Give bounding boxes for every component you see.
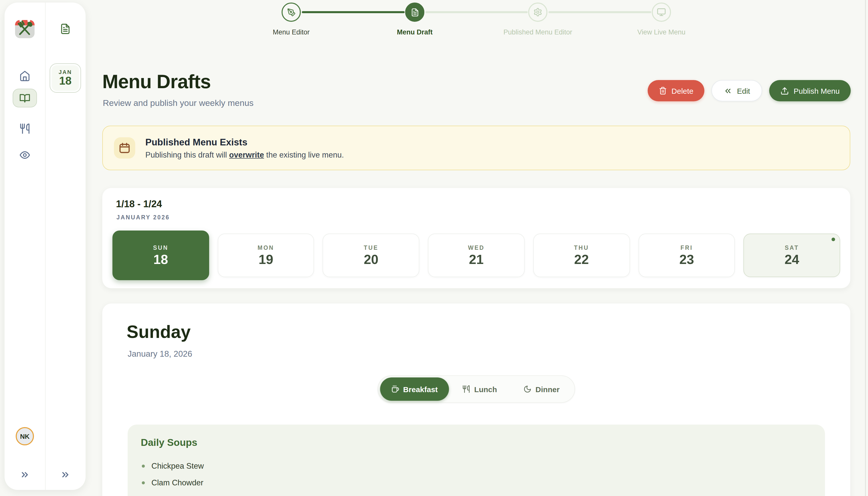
menu-exists-indicator-dot: [832, 238, 835, 241]
step-label-published-menu-editor[interactable]: Published Menu Editor: [479, 28, 596, 36]
banner-texts: Published Menu Exists Publishing this dr…: [145, 137, 344, 159]
step-label-view-live-menu[interactable]: View Live Menu: [603, 28, 720, 36]
week-month-label: JANUARY 2026: [116, 214, 170, 220]
pen-tool-icon: [287, 8, 296, 16]
draft-month-label: JAN: [59, 69, 72, 75]
sidebar-context-column: JAN 18: [45, 2, 85, 490]
day-card-tue[interactable]: TUE 20: [323, 234, 419, 277]
open-book-icon: [19, 92, 30, 104]
utensils-icon: [462, 385, 470, 393]
step-menu-draft[interactable]: [405, 2, 424, 22]
banner-title: Published Menu Exists: [145, 137, 344, 148]
step-view-live-menu[interactable]: [652, 2, 671, 22]
day-label: SUN: [153, 245, 168, 251]
menu-item-list: Chickpea Stew Clam Chowder: [142, 458, 204, 491]
menu-item-label: Chickpea Stew: [152, 462, 204, 471]
day-card-sat[interactable]: SAT 24: [744, 234, 840, 277]
chevrons-right-icon: [20, 470, 30, 480]
banner-body-emphasis: overwrite: [229, 150, 264, 159]
sidebar-item-meals[interactable]: [14, 119, 36, 139]
day-card-fri[interactable]: FRI 23: [638, 234, 735, 277]
day-card-thu[interactable]: THU 22: [533, 234, 630, 277]
menu-section-daily-soups: Daily Soups Chickpea Stew Clam Chowder: [128, 424, 825, 496]
file-text-icon: [60, 23, 71, 34]
tab-breakfast[interactable]: Breakfast: [380, 377, 449, 401]
step-menu-editor[interactable]: [282, 2, 301, 22]
published-menu-warning-banner: Published Menu Exists Publishing this dr…: [102, 126, 850, 170]
sidebar-item-preview[interactable]: [14, 145, 36, 165]
day-number: 20: [364, 253, 379, 266]
coffee-icon: [391, 385, 399, 393]
week-selector-card: 1/18 - 1/24 JANUARY 2026 SUN 18 MON 19 T…: [102, 188, 850, 288]
tab-label: Breakfast: [403, 385, 438, 393]
day-number: 21: [469, 253, 484, 266]
drafts-panel-header: [60, 23, 71, 34]
delete-button[interactable]: Delete: [648, 80, 705, 101]
avatar[interactable]: NK: [16, 427, 34, 445]
bullet-dot: [142, 465, 145, 468]
utensils-icon: [19, 123, 30, 134]
sidebar: NK JAN 18: [4, 2, 85, 490]
page-subtitle: Review and publish your weekly menus: [103, 98, 253, 108]
day-card-wed[interactable]: WED 21: [428, 234, 524, 277]
step-published-menu-editor[interactable]: [528, 2, 548, 22]
menu-section-title: Daily Soups: [141, 437, 197, 448]
day-date: January 18, 2026: [128, 349, 192, 359]
day-number: 18: [154, 253, 168, 266]
draft-date-badge[interactable]: JAN 18: [50, 63, 81, 93]
day-number: 22: [574, 253, 589, 266]
file-text-icon: [410, 8, 419, 16]
chevrons-right-icon: [60, 470, 70, 480]
publish-menu-button[interactable]: Publish Menu: [769, 80, 851, 101]
tab-dinner[interactable]: Dinner: [510, 377, 573, 401]
calendar-icon: [119, 142, 131, 154]
banner-icon-box: [114, 137, 135, 159]
step-label-menu-draft[interactable]: Menu Draft: [357, 28, 473, 36]
app-logo: [14, 18, 35, 40]
page-title: Menu Drafts: [102, 71, 211, 93]
publish-button-label: Publish Menu: [793, 87, 840, 95]
stepper-connector: [425, 11, 528, 13]
tab-label: Dinner: [536, 385, 559, 393]
fork-spoon-calendar-logo-icon: [14, 18, 35, 40]
menu-item: Clam Chowder: [142, 475, 204, 491]
menu-item: Chickpea Stew: [142, 458, 204, 474]
bullet-dot: [142, 481, 145, 484]
upload-icon: [780, 87, 789, 95]
trash-icon: [659, 87, 667, 95]
week-days-row: SUN 18 MON 19 TUE 20 WED 21 THU 22 FRI 2…: [112, 231, 840, 280]
banner-body-suffix: the existing live menu.: [264, 150, 344, 159]
tab-label: Lunch: [474, 385, 497, 393]
day-label: THU: [574, 245, 589, 251]
edit-button-label: Edit: [737, 87, 750, 95]
day-label: FRI: [680, 245, 693, 251]
day-label: SAT: [785, 245, 799, 251]
sidebar-item-menu-book[interactable]: [13, 89, 37, 107]
day-card-sun[interactable]: SUN 18: [112, 231, 209, 280]
sidebar-item-home[interactable]: [14, 66, 36, 86]
day-number: 24: [785, 253, 799, 266]
collapse-context-button[interactable]: [58, 468, 73, 481]
tab-lunch[interactable]: Lunch: [449, 377, 510, 401]
sidebar-nav-column: NK: [4, 2, 45, 490]
banner-body-prefix: Publishing this draft will: [145, 150, 229, 159]
edit-button[interactable]: Edit: [712, 80, 762, 101]
menu-item-label: Clam Chowder: [152, 478, 203, 487]
monitor-icon: [657, 7, 666, 17]
app-root: NK JAN 18 Menu Editor: [0, 0, 868, 496]
step-label-menu-editor[interactable]: Menu Editor: [233, 28, 349, 36]
collapse-nav-button[interactable]: [17, 468, 32, 481]
day-label: WED: [468, 245, 485, 251]
day-card-mon[interactable]: MON 19: [218, 234, 314, 277]
home-icon: [19, 71, 30, 81]
header-actions: Delete Edit Publish Menu: [648, 80, 851, 101]
day-number: 19: [258, 253, 273, 266]
delete-button-label: Delete: [672, 87, 694, 95]
stepper-connector: [302, 11, 405, 13]
scrollbar-track[interactable]: [865, 0, 866, 496]
day-label: TUE: [364, 245, 379, 251]
day-detail-card: Sunday January 18, 2026 Breakfast Lunch …: [102, 304, 850, 496]
banner-body: Publishing this draft will overwrite the…: [145, 150, 344, 159]
meal-tabs: Breakfast Lunch Dinner: [377, 375, 575, 403]
day-title: Sunday: [127, 322, 191, 342]
